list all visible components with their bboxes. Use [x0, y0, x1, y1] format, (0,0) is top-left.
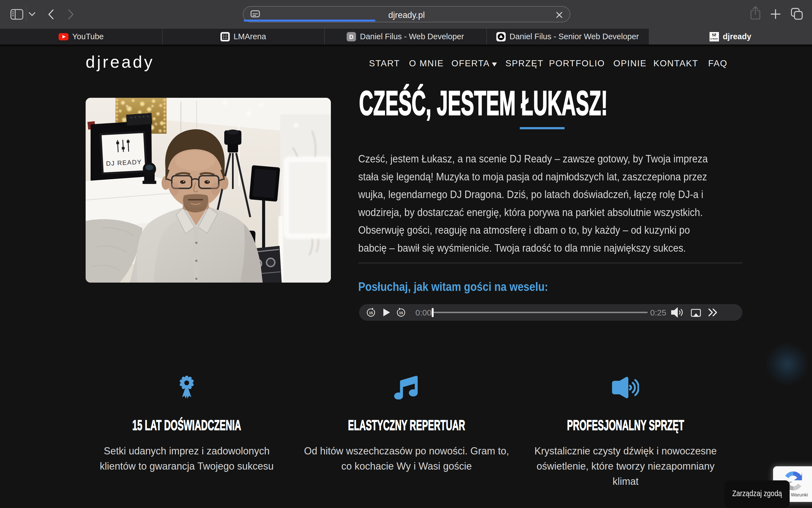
svg-text:D: D — [349, 33, 354, 40]
svg-text:0:25: 0:25 — [650, 308, 666, 317]
svg-text:15 LAT DOŚWIADCZENIA: 15 LAT DOŚWIADCZENIA — [132, 417, 241, 433]
svg-text:ELASTYCZNY REPERTUAR: ELASTYCZNY REPERTUAR — [348, 417, 465, 433]
svg-text:DJ READY: DJ READY — [710, 38, 718, 40]
svg-text:15: 15 — [369, 311, 373, 315]
svg-text:CZEŚĆ, JESTEM ŁUKASZ!: CZEŚĆ, JESTEM ŁUKASZ! — [359, 84, 607, 122]
svg-text:PROFESJONALNY SPRZĘT: PROFESJONALNY SPRZĘT — [567, 417, 684, 433]
svg-text:0:00: 0:00 — [415, 308, 432, 317]
svg-text:15: 15 — [399, 311, 403, 315]
